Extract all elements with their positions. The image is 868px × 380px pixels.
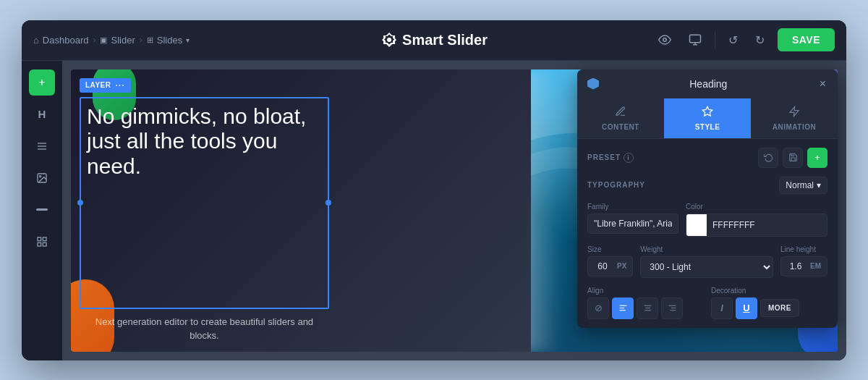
- size-input-wrap: PX: [587, 256, 633, 276]
- preset-reset-button[interactable]: [758, 148, 778, 168]
- align-buttons: ⊘: [587, 297, 704, 319]
- app-title: Smart Slider: [402, 32, 488, 48]
- save-button[interactable]: SAVE: [778, 28, 835, 51]
- panel-close-button[interactable]: ×: [818, 77, 827, 91]
- svg-rect-5: [38, 148, 46, 149]
- slides-label: Slides: [157, 35, 182, 46]
- left-sidebar: + H: [22, 61, 62, 360]
- content-tab-label: CONTENT: [602, 123, 639, 131]
- svg-rect-10: [43, 237, 46, 241]
- preset-save-button[interactable]: [783, 148, 803, 168]
- svg-rect-15: [619, 308, 624, 308]
- line-height-input[interactable]: [781, 257, 810, 276]
- align-none-button[interactable]: ⊘: [587, 297, 609, 319]
- underline-button[interactable]: U: [736, 297, 757, 319]
- image-button[interactable]: [29, 165, 55, 191]
- svg-rect-18: [645, 308, 650, 308]
- decoration-group: Decoration I U MORE: [711, 287, 827, 319]
- svg-rect-2: [689, 35, 700, 43]
- undo-button[interactable]: ↺: [724, 29, 742, 51]
- typography-header: TYPOGRAPHY Normal ▾: [587, 177, 827, 194]
- normal-dropdown[interactable]: Normal ▾: [779, 177, 827, 194]
- breadcrumb-sep-1: ›: [93, 35, 95, 45]
- breadcrumb-dashboard[interactable]: ⌂ Dashboard: [33, 35, 88, 46]
- more-button[interactable]: MORE: [760, 299, 799, 317]
- size-group: Size PX: [587, 245, 633, 278]
- preset-add-button[interactable]: +: [807, 148, 827, 168]
- svg-rect-21: [671, 308, 676, 308]
- animation-tab-label: ANIMATION: [773, 123, 816, 131]
- divider-button[interactable]: [29, 197, 55, 223]
- decoration-label: Decoration: [711, 287, 827, 295]
- slider-icon: ▣: [100, 35, 107, 45]
- layer-handle-left[interactable]: [77, 200, 83, 206]
- home-icon: ⌂: [33, 35, 39, 46]
- preset-info-icon[interactable]: i: [624, 153, 634, 163]
- svg-rect-12: [43, 242, 46, 246]
- grid-button[interactable]: [29, 229, 55, 255]
- weight-select[interactable]: 300 - Light: [640, 256, 773, 278]
- size-weight-row: Size PX Weight 300 - Light: [587, 245, 827, 278]
- heading-panel: Heading × CONTENT: [577, 69, 838, 328]
- slide-subtext: Next generation editor to create beautif…: [80, 315, 329, 343]
- align-left-button[interactable]: [612, 297, 634, 319]
- canvas-area: LAYER ··· No gimmicks, no bloat, just al…: [62, 61, 846, 360]
- list-button[interactable]: [29, 133, 55, 159]
- layer-selection-box: No gimmicks, no bloat, just all the tool…: [80, 97, 329, 309]
- panel-tabs: CONTENT STYLE: [577, 98, 838, 139]
- decoration-buttons: I U MORE: [711, 297, 827, 319]
- typography-label: TYPOGRAPHY: [587, 181, 645, 189]
- line-height-unit: EM: [810, 262, 827, 270]
- align-right-button[interactable]: [661, 297, 683, 319]
- content-tab-icon: [615, 106, 626, 120]
- panel-title-left: [587, 78, 599, 90]
- weight-group: Weight 300 - Light: [640, 245, 773, 278]
- add-button[interactable]: +: [29, 69, 55, 96]
- line-height-input-wrap: EM: [780, 256, 827, 276]
- breadcrumb: ⌂ Dashboard › ▣ Slider › ⊞ Slides ▾: [33, 35, 190, 46]
- tab-style[interactable]: STYLE: [664, 98, 751, 138]
- svg-rect-4: [38, 145, 46, 146]
- color-input-wrap: [686, 214, 827, 237]
- panel-body: PRESET i: [577, 139, 838, 328]
- top-bar: ⌂ Dashboard › ▣ Slider › ⊞ Slides ▾ Smar…: [22, 20, 846, 61]
- color-swatch[interactable]: [686, 214, 707, 236]
- layer-handle-right[interactable]: [326, 200, 331, 206]
- svg-rect-19: [644, 310, 651, 311]
- slides-icon: ⊞: [147, 35, 153, 45]
- svg-rect-9: [38, 237, 41, 241]
- main-area: + H: [22, 61, 846, 360]
- app-container: ⌂ Dashboard › ▣ Slider › ⊞ Slides ▾ Smar…: [22, 20, 846, 360]
- svg-marker-13: [790, 106, 799, 116]
- align-center-button[interactable]: [637, 297, 658, 319]
- layer-dots[interactable]: ···: [115, 80, 124, 90]
- responsive-button[interactable]: [684, 29, 706, 51]
- breadcrumb-sep-2: ›: [140, 35, 142, 45]
- family-label: Family: [587, 203, 678, 211]
- size-label: Size: [587, 245, 633, 253]
- family-input[interactable]: [587, 214, 678, 234]
- toolbar-divider: [715, 31, 715, 48]
- tab-animation[interactable]: ANIMATION: [751, 98, 838, 138]
- preset-label: PRESET i: [587, 153, 634, 163]
- italic-button[interactable]: I: [711, 297, 733, 319]
- preview-button[interactable]: [654, 29, 676, 51]
- line-height-group: Line height EM: [780, 245, 827, 278]
- animation-tab-icon: [788, 106, 800, 120]
- redo-button[interactable]: ↻: [751, 29, 769, 51]
- heading-button[interactable]: H: [29, 101, 55, 127]
- size-input[interactable]: [588, 257, 617, 276]
- panel-title: Heading: [689, 78, 727, 90]
- breadcrumb-slider[interactable]: ▣ Slider: [100, 35, 135, 46]
- svg-point-7: [40, 175, 41, 177]
- family-group: Family: [587, 203, 678, 237]
- app-logo: Smart Slider: [380, 31, 488, 48]
- svg-rect-14: [619, 305, 626, 306]
- smart-slider-logo-icon: [380, 31, 398, 48]
- tab-content[interactable]: CONTENT: [577, 98, 664, 138]
- style-tab-icon: [702, 106, 713, 120]
- slide-heading: No gimmicks, no bloat, just all the tool…: [87, 104, 322, 180]
- breadcrumb-slides[interactable]: ⊞ Slides ▾: [147, 35, 190, 46]
- family-color-row: Family Color: [587, 203, 827, 237]
- color-value-input[interactable]: [707, 216, 827, 235]
